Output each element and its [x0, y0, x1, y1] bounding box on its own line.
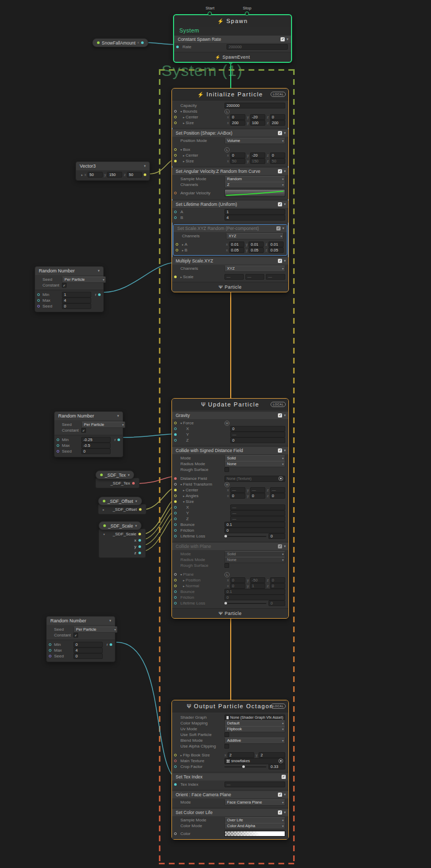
b-port[interactable]: [174, 216, 177, 219]
flipbook-x[interactable]: 2: [228, 752, 254, 758]
max-port[interactable]: [57, 444, 59, 447]
enabled-checkbox[interactable]: [278, 793, 282, 797]
orient-header[interactable]: Orient : Face Camera Plane: [172, 791, 288, 798]
box-size-port[interactable]: [174, 160, 177, 162]
particle-footer[interactable]: Ψ Particle: [172, 608, 288, 618]
collide-sdf-block[interactable]: Collide with Signed Distance Field Mode …: [172, 447, 288, 541]
edge-sdftex-to-distance-field[interactable]: [137, 476, 175, 484]
min-field[interactable]: -0.25: [81, 437, 111, 443]
radius-mode-dropdown[interactable]: None: [224, 557, 285, 563]
b-field[interactable]: 4: [224, 215, 285, 221]
expander-icon[interactable]: ▸: [81, 173, 83, 177]
collide-plane-block[interactable]: Collide with Plane Mode Solid Radius Mod…: [172, 543, 288, 608]
constant-checkbox[interactable]: [62, 283, 67, 288]
center-port[interactable]: [174, 116, 177, 118]
blend-mode-dropdown[interactable]: Additive: [224, 738, 285, 744]
rate-input-port[interactable]: [176, 46, 179, 48]
max-port[interactable]: [37, 299, 40, 302]
crop-factor-slider[interactable]: 0.33: [224, 764, 285, 770]
capacity-field[interactable]: 200000: [224, 103, 285, 108]
bounce-field[interactable]: 0.1: [224, 589, 285, 595]
max-field[interactable]: 4: [73, 647, 103, 653]
min-port[interactable]: [49, 643, 51, 646]
seed-port[interactable]: [57, 450, 59, 453]
plane-port[interactable]: [174, 573, 177, 576]
seed-port[interactable]: [37, 305, 40, 307]
scale-a-z[interactable]: 0.01: [268, 241, 284, 247]
ft-size-z-port[interactable]: [174, 518, 177, 520]
angular-velocity-curve[interactable]: [224, 189, 285, 197]
tex-index-port[interactable]: [174, 783, 177, 786]
set-lifetime-block[interactable]: Set Lifetime Random (Uniform) A 1 B 4: [172, 201, 288, 223]
x-field[interactable]: 0: [230, 426, 285, 432]
min-field[interactable]: 0: [73, 642, 103, 647]
vector3-z[interactable]: 50: [127, 172, 142, 178]
orient-block[interactable]: Orient : Face Camera Plane Mode Face Cam…: [172, 791, 288, 807]
expander-icon[interactable]: ▾: [180, 573, 182, 576]
channels-dropdown[interactable]: XYZ: [226, 233, 284, 239]
a-port[interactable]: [174, 211, 177, 213]
r-output-port[interactable]: [110, 643, 112, 646]
lifetime-loss-slider[interactable]: 0: [224, 600, 285, 606]
distance-field-port[interactable]: [174, 477, 177, 480]
flipbook-size-port[interactable]: [174, 754, 177, 756]
set-angular-velocity-block[interactable]: Set Angular Velocity.Z Random from Curve…: [172, 168, 288, 199]
size-y[interactable]: 100: [250, 120, 266, 126]
chevron-down-icon[interactable]: [98, 269, 100, 273]
seed-mode-dropdown[interactable]: Per Particle: [81, 422, 125, 428]
lifetime-loss-port[interactable]: [174, 535, 177, 537]
expander-icon[interactable]: ▸: [182, 248, 184, 252]
expander-icon[interactable]: ▸: [183, 488, 185, 492]
position-mode-dropdown[interactable]: Volume: [224, 138, 285, 144]
box-center-z[interactable]: 0: [270, 152, 286, 158]
y-port[interactable]: [174, 433, 177, 436]
expander-icon[interactable]: ▸: [183, 153, 185, 157]
min-field[interactable]: 1: [62, 292, 91, 298]
friction-field[interactable]: 0: [224, 528, 285, 533]
normal-port[interactable]: [174, 585, 177, 587]
y-output-port[interactable]: [138, 545, 141, 548]
enabled-checkbox[interactable]: [281, 37, 285, 41]
enabled-checkbox[interactable]: [278, 202, 282, 206]
r-output[interactable]: r: [114, 437, 120, 442]
scale-b-z[interactable]: 0.05: [268, 247, 284, 253]
max-field[interactable]: -0.5: [81, 443, 111, 448]
chevron-down-icon[interactable]: [284, 810, 286, 815]
chevron-down-icon[interactable]: [284, 793, 286, 797]
seed-mode-dropdown[interactable]: Per Particle: [62, 277, 106, 283]
chevron-down-icon[interactable]: [284, 131, 286, 135]
tex-index-field[interactable]: —: [224, 782, 285, 787]
normal-z[interactable]: 0: [270, 583, 286, 589]
chevron-down-icon[interactable]: [284, 169, 286, 173]
position-x[interactable]: 0: [230, 577, 246, 583]
space-toggle[interactable]: L: [224, 147, 230, 152]
uv-mode-dropdown[interactable]: Flipbook: [224, 726, 285, 732]
chevron-down-icon[interactable]: [128, 473, 130, 477]
enabled-checkbox[interactable]: [278, 413, 282, 417]
collide-plane-header[interactable]: Collide with Plane: [172, 543, 288, 550]
chevron-down-icon[interactable]: [284, 448, 286, 453]
chevron-down-icon[interactable]: [144, 164, 146, 168]
sdf-offset-node[interactable]: _SDF_Offset ▸ _SDF_Offset: [98, 497, 146, 514]
random-number-node-2[interactable]: Random Number Seed Per Particle Constant…: [54, 411, 123, 457]
enabled-checkbox[interactable]: [278, 169, 282, 173]
expander-icon[interactable]: ▸: [183, 584, 185, 588]
edge-random3-to-tex-index[interactable]: [116, 642, 175, 778]
size-x[interactable]: 200: [230, 120, 246, 126]
initialize-particle-node[interactable]: ⚡ Initialize Particle LOCAL Capacity 200…: [171, 88, 289, 292]
initialize-titlebar[interactable]: ⚡ Initialize Particle LOCAL: [172, 89, 288, 100]
vector3-node[interactable]: Vector3 ▸ x50 y150 z50: [76, 161, 150, 181]
object-picker-icon[interactable]: [278, 759, 283, 763]
vector3-header[interactable]: Vector3: [76, 162, 149, 170]
normal-x[interactable]: 0: [230, 583, 246, 589]
center-x[interactable]: 0: [230, 114, 246, 120]
z-output-port[interactable]: [138, 552, 141, 554]
angular-velocity-port[interactable]: [174, 192, 177, 194]
min-port[interactable]: [37, 293, 40, 296]
min-port[interactable]: [57, 438, 59, 441]
ft-angles-port[interactable]: [174, 495, 177, 497]
sdf-tex-node[interactable]: _SDF_Tex _SDF_Tex: [95, 470, 139, 488]
random-number-node-3[interactable]: Random Number Seed Per Particle Constant…: [46, 616, 115, 662]
a-port[interactable]: [176, 243, 178, 246]
set-color-header[interactable]: Set Color over Life: [172, 809, 288, 816]
